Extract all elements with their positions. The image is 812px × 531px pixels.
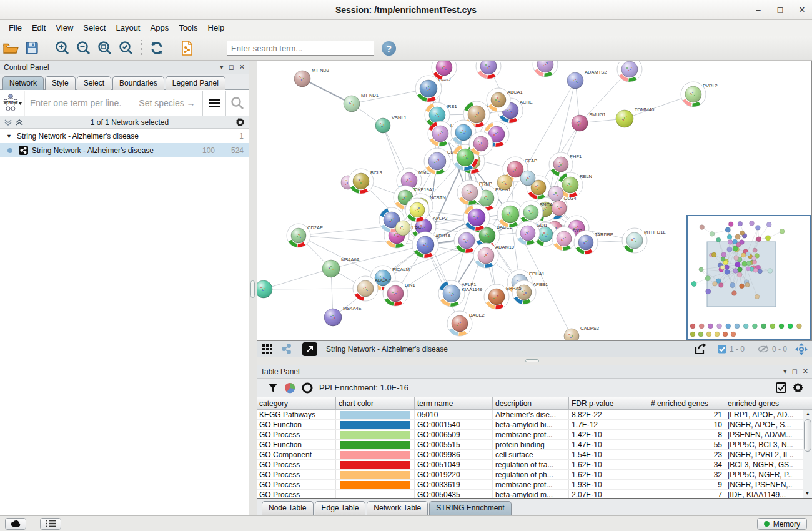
network-node[interactable]: BCL3 — [349, 169, 382, 194]
scroll-up-icon[interactable]: ▲ — [803, 410, 812, 419]
close-icon[interactable]: ✕ — [794, 4, 810, 16]
column-header-enriched-genes[interactable]: enriched genes — [725, 397, 793, 409]
column-header-fdr-p-value[interactable]: FDR p-value — [569, 397, 648, 409]
menu-apps[interactable]: Apps — [146, 21, 174, 34]
pan-tool-button[interactable] — [793, 342, 810, 356]
network-node[interactable]: MS4A4E — [324, 305, 362, 326]
menu-layout[interactable]: Layout — [111, 21, 145, 34]
splitter-grip[interactable] — [250, 280, 255, 298]
panel-collapse-icon[interactable]: ▾ — [783, 367, 787, 375]
table-row[interactable]: GO FunctionGO:0005515protein binding1.47… — [257, 440, 812, 450]
network-node[interactable]: APH1A — [412, 232, 451, 258]
table-scrollbar[interactable]: ▲ ▼ — [803, 410, 812, 498]
minimize-icon[interactable]: – — [750, 4, 766, 16]
menu-tools[interactable]: Tools — [174, 21, 202, 34]
scrollbar-thumb[interactable] — [804, 419, 811, 452]
birdseye-view[interactable] — [686, 215, 811, 340]
network-node[interactable]: BIN1 — [383, 281, 415, 306]
vertical-splitter[interactable] — [249, 61, 257, 515]
column-header-chart-color[interactable]: chart color — [336, 397, 415, 409]
network-node[interactable]: PHF1 — [549, 152, 582, 176]
network-node[interactable] — [395, 221, 410, 236]
network-node[interactable] — [476, 61, 501, 79]
tab-select[interactable]: Select — [77, 76, 111, 90]
network-node[interactable]: BACE2 — [447, 311, 485, 336]
gear-icon[interactable] — [235, 117, 245, 127]
column-header-category[interactable]: category — [257, 397, 336, 409]
set-species-label[interactable]: Set species → — [139, 98, 202, 108]
table-row[interactable]: GO ProcessGO:0050435beta-amyloid m...2.0… — [257, 490, 812, 498]
filter-button[interactable] — [268, 383, 278, 393]
table-row[interactable]: GO ProcessGO:0006509membrane prot...1.42… — [257, 430, 812, 440]
network-node[interactable]: CD2AP — [287, 224, 323, 247]
network-node[interactable]: TOMM40 — [616, 107, 654, 127]
tree-expander-icon[interactable]: ▼ — [6, 133, 12, 139]
table-row[interactable]: GO ProcessGO:0051049regulation of tra...… — [257, 460, 812, 470]
task-list-button[interactable] — [40, 518, 61, 530]
tab-boundaries[interactable]: Boundaries — [112, 76, 164, 90]
network-node[interactable]: APLP1KIAA1149 — [438, 280, 482, 307]
panel-close-icon[interactable]: ✕ — [239, 63, 245, 71]
network-node[interactable]: ADAM10 — [473, 243, 514, 268]
ring-chart-button[interactable] — [302, 382, 313, 394]
network-node[interactable]: APBB1 — [512, 280, 548, 304]
string-query-placeholder[interactable]: Enter one term per line. — [30, 98, 121, 108]
memory-button[interactable]: Memory — [757, 518, 807, 530]
string-protein-query-button[interactable]: STRING — [0, 91, 25, 116]
help-button[interactable]: ? — [382, 41, 396, 56]
expand-all-icon[interactable] — [15, 119, 24, 126]
network-node[interactable] — [497, 175, 512, 190]
scroll-down-icon[interactable]: ▼ — [803, 489, 812, 498]
task-history-button[interactable] — [5, 518, 26, 530]
network-list-item[interactable]: ▼String Network - Alzheimer's disease1 — [0, 129, 249, 143]
string-search-button[interactable] — [226, 91, 249, 116]
tab-edge-table[interactable]: Edge Table — [315, 501, 366, 515]
string-options-button[interactable] — [203, 91, 225, 116]
zoom-out-button[interactable] — [74, 39, 94, 57]
menu-select[interactable]: Select — [78, 21, 111, 34]
network-node[interactable]: ADAMTS2 — [567, 69, 607, 89]
refresh-button[interactable] — [147, 39, 167, 57]
search-input[interactable] — [227, 41, 374, 56]
open-session-button[interactable] — [1, 39, 21, 57]
network-node[interactable]: PVRL2 — [681, 82, 718, 107]
network-node[interactable] — [548, 186, 563, 201]
network-node[interactable] — [520, 171, 535, 186]
tab-style[interactable]: Style — [45, 76, 76, 90]
tab-network-table[interactable]: Network Table — [367, 501, 428, 515]
table-row[interactable]: GO ProcessGO:0019220regulation of ph...1… — [257, 470, 812, 480]
panel-float-icon[interactable]: ◻ — [792, 367, 798, 375]
table-row[interactable]: KEGG Pathways05010Alzheimer's dise...8.8… — [257, 410, 812, 420]
menu-help[interactable]: Help — [203, 21, 230, 34]
menu-file[interactable]: File — [4, 21, 27, 34]
network-node[interactable]: CADPS2 — [564, 325, 599, 340]
network-node[interactable]: VSNL1 — [375, 115, 407, 133]
column-header-description[interactable]: description — [493, 397, 569, 409]
network-node[interactable] — [405, 198, 429, 222]
tab-legend-panel[interactable]: Legend Panel — [166, 76, 225, 90]
panel-float-icon[interactable]: ◻ — [229, 63, 234, 71]
panel-collapse-icon[interactable]: ▾ — [220, 63, 224, 71]
network-node[interactable] — [533, 61, 558, 77]
collapse-all-icon[interactable] — [4, 119, 12, 126]
network-node[interactable] — [552, 201, 567, 216]
zoom-in-button[interactable] — [52, 39, 72, 57]
import-network-button[interactable] — [177, 39, 197, 57]
column-header-enriched-genes[interactable]: # enriched genes — [648, 397, 725, 409]
network-node[interactable]: MTHFD1L — [622, 228, 666, 253]
splitter-grip[interactable] — [525, 359, 539, 362]
network-node[interactable] — [432, 61, 457, 80]
network-list-item[interactable]: String Network - Alzheimer's disease1005… — [0, 143, 249, 157]
horizontal-splitter[interactable] — [257, 357, 812, 365]
network-node[interactable] — [469, 132, 493, 156]
zoom-selected-button[interactable] — [116, 39, 136, 57]
maximize-icon[interactable]: ◻ — [772, 4, 788, 16]
birdseye-toggle-button[interactable] — [302, 342, 317, 356]
network-node[interactable] — [463, 204, 490, 231]
enrichment-table[interactable]: KEGG Pathways05010Alzheimer's dise...8.8… — [257, 410, 812, 498]
pie-chart-button[interactable] — [284, 382, 295, 394]
select-columns-button[interactable] — [776, 382, 786, 393]
tab-string-enrichment[interactable]: STRING Enrichment — [429, 501, 511, 515]
menu-edit[interactable]: Edit — [27, 21, 51, 34]
panel-close-icon[interactable]: ✕ — [803, 367, 808, 375]
